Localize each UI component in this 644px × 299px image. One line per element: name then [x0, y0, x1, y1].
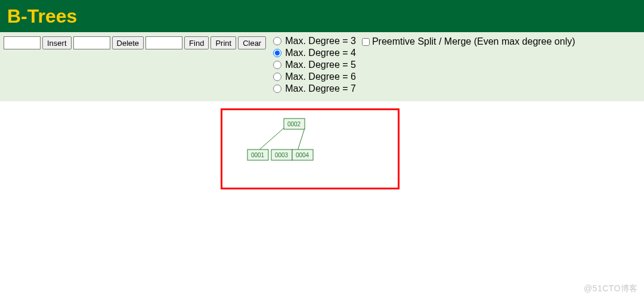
- degree-radio-3[interactable]: [273, 37, 281, 45]
- find-input[interactable]: [145, 36, 182, 49]
- delete-input[interactable]: [73, 36, 110, 49]
- find-button[interactable]: Find: [184, 36, 209, 49]
- delete-button[interactable]: Delete: [112, 36, 144, 49]
- degree-radio-5[interactable]: [273, 61, 281, 69]
- degree-option-3[interactable]: Max. Degree = 3: [273, 36, 356, 46]
- degree-radio-6[interactable]: [273, 73, 281, 81]
- tree-key: 0001: [251, 152, 265, 158]
- page-title: B-Trees: [7, 5, 77, 27]
- tree-visualization: 0002 0001 0003 0004: [221, 108, 400, 189]
- preemptive-group: Preemtive Split / Merge (Even max degree…: [362, 36, 575, 47]
- degree-option-5[interactable]: Max. Degree = 5: [273, 60, 356, 70]
- print-button[interactable]: Print: [210, 36, 236, 49]
- app-header: B-Trees: [0, 0, 644, 32]
- insert-button[interactable]: Insert: [42, 36, 72, 49]
- degree-label: Max. Degree = 5: [285, 60, 356, 70]
- degree-label: Max. Degree = 7: [285, 83, 356, 94]
- preemptive-label: Preemtive Split / Merge (Even max degree…: [372, 36, 575, 47]
- degree-option-7[interactable]: Max. Degree = 7: [273, 83, 356, 94]
- degree-radio-group: Max. Degree = 3 Max. Degree = 4 Max. Deg…: [273, 36, 356, 94]
- degree-radio-7[interactable]: [273, 85, 281, 93]
- watermark: @51CTO博客: [584, 284, 638, 294]
- preemptive-checkbox[interactable]: [362, 38, 370, 46]
- tree-key: 0003: [275, 152, 289, 158]
- degree-option-4[interactable]: Max. Degree = 4: [273, 48, 356, 58]
- degree-radio-4[interactable]: [273, 49, 281, 57]
- tree-svg: 0002 0001 0003 0004: [222, 110, 398, 188]
- degree-label: Max. Degree = 4: [285, 48, 356, 58]
- degree-label: Max. Degree = 6: [285, 71, 356, 82]
- action-controls: Insert Delete Find Print Clear: [4, 36, 266, 49]
- tree-key: 0002: [287, 121, 301, 127]
- clear-button[interactable]: Clear: [238, 36, 266, 49]
- tree-edge: [298, 128, 305, 151]
- degree-option-6[interactable]: Max. Degree = 6: [273, 71, 356, 82]
- tree-key: 0004: [296, 152, 309, 158]
- insert-input[interactable]: [4, 36, 41, 49]
- degree-label: Max. Degree = 3: [285, 36, 356, 46]
- tree-edge: [258, 128, 284, 151]
- control-panel: Insert Delete Find Print Clear Max. Degr…: [0, 32, 644, 101]
